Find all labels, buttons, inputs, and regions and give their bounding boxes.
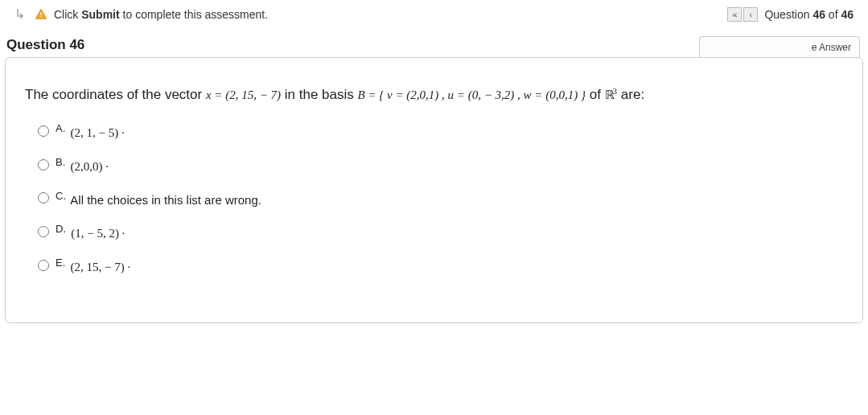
svg-rect-1	[40, 17, 41, 18]
choice-a[interactable]: A. (2, 1, − 5) ·	[38, 122, 843, 140]
choice-e-label: E. (2, 15, − 7) ·	[56, 257, 130, 274]
reply-arrow-icon: ↳	[14, 6, 25, 22]
warning-icon	[35, 7, 47, 22]
nav-prev-button[interactable]: ‹	[743, 7, 758, 22]
choice-list: A. (2, 1, − 5) · B. (2,0,0) · C. All the…	[25, 122, 843, 274]
stem-text-1: The coordinates of the vector	[25, 87, 206, 102]
choice-e[interactable]: E. (2, 15, − 7) ·	[38, 257, 843, 274]
top-bar: ↳ Click Submit to complete this assessme…	[0, 0, 868, 28]
choice-e-radio[interactable]	[38, 260, 49, 271]
choice-d-label: D. (1, − 5, 2) ·	[56, 223, 125, 240]
question-stem: The coordinates of the vector x = (2, 15…	[25, 85, 843, 105]
choice-d[interactable]: D. (1, − 5, 2) ·	[38, 223, 843, 240]
choice-c-label: C. All the choices in this list are wron…	[56, 190, 261, 207]
choice-b-radio[interactable]	[38, 159, 49, 171]
stem-basis: B = { v = (2,0,1) , u = (0, − 3,2) , w =…	[358, 88, 586, 101]
question-header: Question 46 e Answer	[0, 36, 868, 58]
nav-area: « ‹ Question 46 of 46	[727, 7, 854, 22]
question-box: The coordinates of the vector x = (2, 15…	[5, 57, 863, 323]
stem-vector-x: x = (2, 15, − 7)	[206, 88, 281, 101]
choice-a-radio[interactable]	[38, 125, 49, 137]
stem-text-2: in the basis	[285, 87, 358, 102]
svg-rect-0	[40, 13, 41, 16]
instruction-text: Click Submit to complete this assessment…	[54, 8, 268, 21]
choice-c-radio[interactable]	[38, 192, 49, 203]
nav-first-button[interactable]: «	[727, 7, 742, 22]
question-counter: Question 46 of 46	[764, 8, 854, 21]
stem-text-4: are:	[621, 87, 644, 102]
instruction-area: ↳ Click Submit to complete this assessme…	[14, 6, 268, 22]
choice-c[interactable]: C. All the choices in this list are wron…	[38, 190, 843, 207]
stem-space: ℝ3	[605, 88, 618, 101]
choice-a-label: A. (2, 1, − 5) ·	[56, 122, 125, 140]
choice-d-radio[interactable]	[38, 226, 49, 237]
question-title: Question 46	[5, 37, 84, 58]
answer-tab[interactable]: e Answer	[699, 36, 860, 58]
stem-text-3: of	[590, 87, 605, 102]
choice-b-label: B. (2,0,0) ·	[56, 156, 109, 174]
choice-b[interactable]: B. (2,0,0) ·	[38, 156, 843, 174]
